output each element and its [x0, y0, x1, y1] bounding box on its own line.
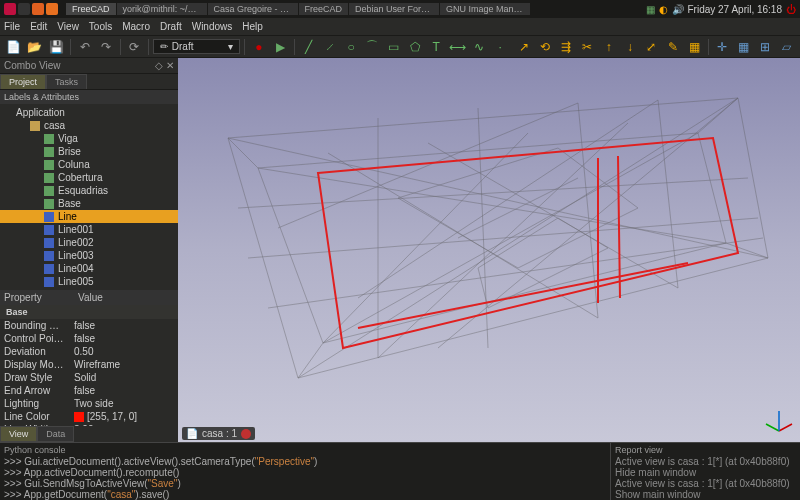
tree-item[interactable]: Cobertura [0, 171, 178, 184]
macro-play-button[interactable]: ▶ [270, 37, 289, 57]
tree-item-selected[interactable]: Line [0, 210, 178, 223]
menu-draft[interactable]: Draft [160, 21, 182, 32]
undo-button[interactable]: ↶ [75, 37, 94, 57]
tree-item[interactable]: Brise [0, 145, 178, 158]
draft-rect-button[interactable]: ▭ [384, 37, 403, 57]
draft-move-button[interactable]: ↗ [514, 37, 533, 57]
tree-item[interactable]: Line002 [0, 236, 178, 249]
draft-offset-button[interactable]: ⇶ [557, 37, 576, 57]
working-plane-button[interactable]: ▱ [777, 37, 796, 57]
firefox-icon[interactable] [32, 3, 44, 15]
draft-scale-button[interactable]: ⤢ [642, 37, 661, 57]
terminal-icon[interactable] [18, 3, 30, 15]
tab-tasks[interactable]: Tasks [46, 74, 87, 89]
property-grid[interactable]: Base Bounding …falseControl Poi…falseDev… [0, 305, 178, 426]
draft-circle-button[interactable]: ○ [341, 37, 360, 57]
draft-rotate-button[interactable]: ⟲ [535, 37, 554, 57]
model-tree[interactable]: Application casa Viga Brise Coluna Cober… [0, 104, 178, 290]
prop-row[interactable]: Control Poi…false [0, 332, 178, 345]
draft-dim-button[interactable]: ⟷ [448, 37, 467, 57]
taskbar-tab[interactable]: FreeCAD [299, 3, 349, 15]
draft-arc-button[interactable]: ⌒ [363, 37, 382, 57]
workbench-selector[interactable]: ✏ Draft ▾ [153, 39, 240, 54]
prop-row[interactable]: Deviation0.50 [0, 345, 178, 358]
menu-file[interactable]: File [4, 21, 20, 32]
macro-rec-button[interactable]: ● [249, 37, 268, 57]
tree-item[interactable]: Coluna [0, 158, 178, 171]
open-button[interactable]: 📂 [25, 37, 44, 57]
prop-row[interactable]: End Arrowfalse [0, 384, 178, 397]
draft-text-button[interactable]: T [427, 37, 446, 57]
draft-point-button[interactable]: · [491, 37, 510, 57]
prop-group[interactable]: Base [0, 305, 178, 319]
doc-icon: 📄 [186, 428, 198, 439]
redo-button[interactable]: ↷ [96, 37, 115, 57]
wireframe-model [178, 58, 800, 442]
draft-wire-button[interactable]: ⟋ [320, 37, 339, 57]
menu-view[interactable]: View [57, 21, 79, 32]
taskbar-tab[interactable]: Debian User Forum… [349, 3, 439, 15]
menubar: File Edit View Tools Macro Draft Windows… [0, 18, 800, 36]
chevron-down-icon: ▾ [228, 41, 233, 52]
nav-cube[interactable] [764, 406, 794, 436]
tree-item[interactable]: Esquadrias [0, 184, 178, 197]
tray-icon[interactable]: ◐ [659, 4, 668, 15]
tray-icon[interactable]: 🔊 [672, 4, 684, 15]
menu-help[interactable]: Help [242, 21, 263, 32]
new-button[interactable]: 📄 [4, 37, 23, 57]
save-button[interactable]: 💾 [47, 37, 66, 57]
close-tab-icon[interactable] [241, 429, 251, 439]
menu-tools[interactable]: Tools [89, 21, 112, 32]
debian-icon[interactable] [4, 3, 16, 15]
3d-viewport[interactable]: 📄 casa : 1 [178, 58, 800, 442]
prop-row[interactable]: Bounding …false [0, 319, 178, 332]
console-title: Python console [4, 445, 606, 456]
panel-title: Combo View [4, 60, 61, 71]
draft-line-button[interactable]: ╱ [299, 37, 318, 57]
clock[interactable]: Friday 27 April, 16:18 [688, 4, 783, 15]
draft-edit-button[interactable]: ✎ [663, 37, 682, 57]
taskbar-tab[interactable]: yorik@mithril: ~/Ap… [117, 3, 207, 15]
prop-row[interactable]: Draw StyleSolid [0, 371, 178, 384]
tree-item[interactable]: Viga [0, 132, 178, 145]
draft-polygon-button[interactable]: ⬠ [405, 37, 424, 57]
report-view[interactable]: Report view Active view is casa : 1[*] (… [610, 443, 800, 500]
taskbar-tab[interactable]: GNU Image Manipul… [440, 3, 530, 15]
taskbar-tab[interactable]: Casa Gregoire - File… [208, 3, 298, 15]
property-header: PropertyValue [0, 290, 178, 305]
tree-item[interactable]: Line005 [0, 275, 178, 288]
taskbar-tab[interactable]: FreeCAD [66, 3, 116, 15]
tab-project[interactable]: Project [0, 74, 46, 89]
tab-view[interactable]: View [0, 426, 37, 442]
tab-data[interactable]: Data [37, 426, 74, 442]
tree-item[interactable]: Line003 [0, 249, 178, 262]
draft-drawing-button[interactable]: ▦ [684, 37, 703, 57]
draft-upgrade-button[interactable]: ↑ [599, 37, 618, 57]
python-console[interactable]: Python console >>> Gui.activeDocument().… [0, 443, 610, 500]
tree-item[interactable]: Base [0, 197, 178, 210]
tree-header: Labels & Attributes [0, 90, 178, 104]
prop-row[interactable]: LightingTwo side [0, 397, 178, 410]
tree-item[interactable]: Line004 [0, 262, 178, 275]
draft-trim-button[interactable]: ✂ [578, 37, 597, 57]
grid-button[interactable]: ▦ [734, 37, 753, 57]
draft-downgrade-button[interactable]: ↓ [620, 37, 639, 57]
report-title: Report view [615, 445, 796, 456]
panel-controls[interactable]: ◇ ✕ [155, 60, 174, 71]
refresh-button[interactable]: ⟳ [125, 37, 144, 57]
menu-windows[interactable]: Windows [192, 21, 233, 32]
draft-bspline-button[interactable]: ∿ [469, 37, 488, 57]
prop-row[interactable]: Line Color[255, 17, 0] [0, 410, 178, 423]
logout-icon[interactable]: ⏻ [786, 4, 796, 15]
prop-row[interactable]: Display Mo…Wireframe [0, 358, 178, 371]
blender-icon[interactable] [46, 3, 58, 15]
tree-doc[interactable]: casa [0, 119, 178, 132]
main-toolbar: 📄 📂 💾 ↶ ↷ ⟳ ✏ Draft ▾ ● ▶ ╱ ⟋ ○ ⌒ ▭ ⬠ T … [0, 36, 800, 58]
menu-macro[interactable]: Macro [122, 21, 150, 32]
snap-button[interactable]: ✛ [713, 37, 732, 57]
menu-edit[interactable]: Edit [30, 21, 47, 32]
tray-icon[interactable]: ▦ [646, 4, 655, 15]
tree-root[interactable]: Application [0, 106, 178, 119]
ortho-button[interactable]: ⊞ [755, 37, 774, 57]
tree-item[interactable]: Line001 [0, 223, 178, 236]
